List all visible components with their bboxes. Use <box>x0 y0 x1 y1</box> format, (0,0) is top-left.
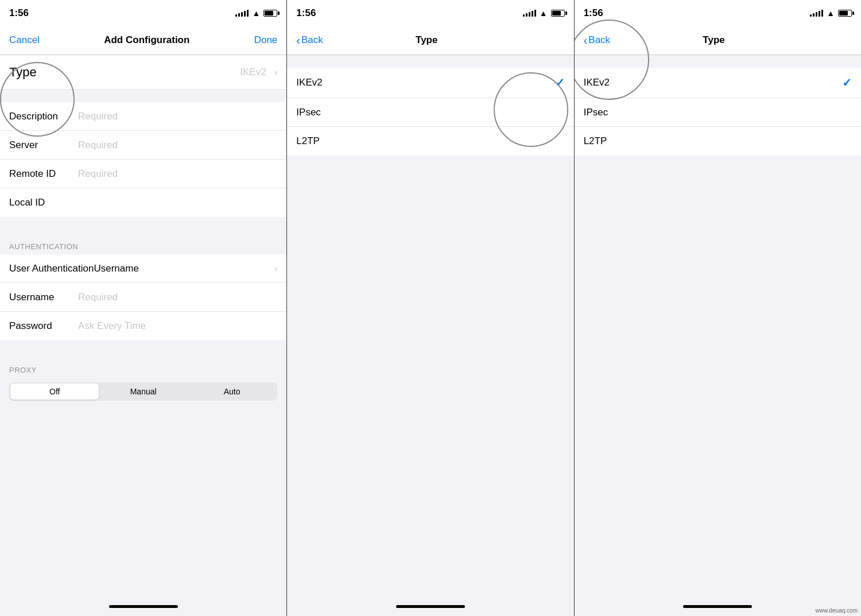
battery-icon-3 <box>838 10 852 17</box>
user-auth-row[interactable]: User Authentication Username › <box>0 254 286 283</box>
ipsec-label-2: IPsec <box>584 107 852 118</box>
user-auth-label: User Authentication <box>9 263 94 274</box>
nav-bar-add-config: Cancel Add Configuration Done <box>0 25 286 55</box>
ikev2-checkmark-2: ✓ <box>842 76 852 90</box>
done-button[interactable]: Done <box>254 34 278 46</box>
proxy-section: PROXY Off Manual Auto <box>0 357 286 401</box>
username-label: Username <box>9 292 78 303</box>
ikev2-option-2[interactable]: IKEv2 ✓ <box>575 68 861 98</box>
type-value: IKEv2 <box>240 67 266 78</box>
proxy-segmented-control[interactable]: Off Manual Auto <box>9 382 277 401</box>
wifi-icon-1: ▲ <box>252 9 260 18</box>
content-type-1: IKEv2 ✓ IPsec L2TP <box>287 55 573 596</box>
screen-type-select-2: 1:56 ▲ ‹ Back Type IKEv2 <box>574 0 861 616</box>
status-icons-2: ▲ <box>523 9 565 18</box>
local-id-label: Local ID <box>9 197 78 208</box>
l2tp-label-2: L2TP <box>584 135 852 147</box>
signal-icon-2 <box>523 10 536 17</box>
content-type-2: IKEv2 ✓ IPsec L2TP <box>575 55 861 596</box>
wifi-icon-2: ▲ <box>540 9 548 18</box>
description-row[interactable]: Description Required <box>0 102 286 131</box>
back-button-1[interactable]: ‹ Back <box>296 34 323 46</box>
type-options-group-1: IKEv2 ✓ IPsec L2TP <box>287 68 573 156</box>
ikev2-checkmark-1: ✓ <box>555 76 565 90</box>
username-input[interactable]: Required <box>78 292 277 303</box>
l2tp-label-1: L2TP <box>296 135 564 147</box>
status-bar-1: 1:56 ▲ <box>0 0 286 25</box>
signal-icon-3 <box>810 10 823 17</box>
cancel-button[interactable]: Cancel <box>9 34 40 46</box>
back-chevron-icon-1: ‹ <box>296 34 300 46</box>
auth-section-header: AUTHENTICATION <box>0 233 286 254</box>
proxy-off-button[interactable]: Off <box>10 383 99 400</box>
status-bar-3: 1:56 ▲ <box>575 0 861 25</box>
back-chevron-icon-2: ‹ <box>584 34 588 46</box>
back-button-2[interactable]: ‹ Back <box>584 34 610 46</box>
type-section: Type IKEv2 › <box>0 55 286 90</box>
proxy-auto-button[interactable]: Auto <box>188 383 276 400</box>
proxy-section-header: PROXY <box>0 357 286 378</box>
home-bar-1 <box>109 605 178 608</box>
watermark: www.deuaq.com <box>816 607 858 614</box>
ipsec-label-1: IPsec <box>296 107 564 118</box>
password-label: Password <box>9 320 78 332</box>
home-bar-3 <box>683 605 752 608</box>
remote-id-label: Remote ID <box>9 168 78 180</box>
home-indicator-1 <box>0 596 286 616</box>
status-icons-3: ▲ <box>810 9 852 18</box>
main-fields-group: Description Required Server Required Rem… <box>0 102 286 217</box>
password-input[interactable]: Ask Every Time <box>78 320 277 332</box>
local-id-row[interactable]: Local ID <box>0 188 286 217</box>
ikev2-label-2: IKEv2 <box>584 77 842 88</box>
server-row[interactable]: Server Required <box>0 131 286 160</box>
password-row[interactable]: Password Ask Every Time <box>0 312 286 340</box>
ikev2-label-1: IKEv2 <box>296 77 554 88</box>
auth-section: AUTHENTICATION User Authentication Usern… <box>0 233 286 340</box>
user-auth-value: Username <box>94 263 269 274</box>
nav-title-type-2: Type <box>703 34 724 46</box>
remote-id-input[interactable]: Required <box>78 168 277 180</box>
type-row[interactable]: Type IKEv2 › <box>0 55 286 90</box>
proxy-manual-button[interactable]: Manual <box>99 383 187 400</box>
back-label-1: Back <box>301 34 323 46</box>
home-indicator-2 <box>287 596 573 616</box>
nav-bar-type-1: ‹ Back Type <box>287 25 573 55</box>
ipsec-option-1[interactable]: IPsec <box>287 98 573 127</box>
screen-add-config: 1:56 ▲ Cancel Add Configuration Done Typ… <box>0 0 286 616</box>
type-label: Type <box>9 65 240 80</box>
remote-id-row[interactable]: Remote ID Required <box>0 160 286 188</box>
signal-icon-1 <box>235 10 249 17</box>
ikev2-option-1[interactable]: IKEv2 ✓ <box>287 68 573 98</box>
status-bar-2: 1:56 ▲ <box>287 0 573 25</box>
username-row[interactable]: Username Required <box>0 283 286 312</box>
nav-title-type-1: Type <box>416 34 437 46</box>
description-label: Description <box>9 111 78 122</box>
type-options-group-2: IKEv2 ✓ IPsec L2TP <box>575 68 861 156</box>
ipsec-option-2[interactable]: IPsec <box>575 98 861 127</box>
l2tp-option-1[interactable]: L2TP <box>287 127 573 156</box>
status-time-2: 1:56 <box>296 7 316 19</box>
user-auth-chevron-icon: › <box>274 263 278 274</box>
description-input[interactable]: Required <box>78 111 277 122</box>
server-input[interactable]: Required <box>78 140 277 151</box>
battery-icon-2 <box>551 10 565 17</box>
nav-title-add-config: Add Configuration <box>104 34 189 46</box>
status-time-1: 1:56 <box>9 7 29 19</box>
auth-fields-group: User Authentication Username › Username … <box>0 254 286 340</box>
home-bar-2 <box>396 605 465 608</box>
screen-type-select-1: 1:56 ▲ ‹ Back Type IKEv2 <box>286 0 573 616</box>
status-time-3: 1:56 <box>584 7 603 19</box>
battery-icon-1 <box>263 10 277 17</box>
l2tp-option-2[interactable]: L2TP <box>575 127 861 156</box>
server-label: Server <box>9 140 78 151</box>
content-add-config: Type IKEv2 › Description Required Server… <box>0 55 286 596</box>
status-icons-1: ▲ <box>235 9 277 18</box>
wifi-icon-3: ▲ <box>827 9 835 18</box>
type-chevron-icon: › <box>274 67 278 78</box>
nav-bar-type-2: ‹ Back Type <box>575 25 861 55</box>
back-label-2: Back <box>588 34 610 46</box>
